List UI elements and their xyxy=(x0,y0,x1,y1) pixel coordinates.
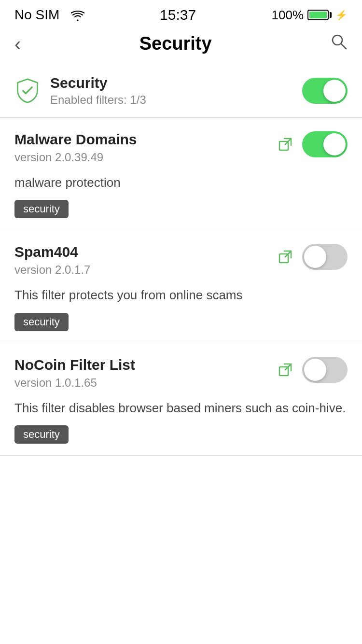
filter-tag: security xyxy=(14,425,69,444)
filter-meta: NoCoin Filter List version 1.0.1.65 xyxy=(14,357,277,390)
section-subtitle: Enabled filters: 1/3 xyxy=(50,93,146,107)
external-link-icon[interactable] xyxy=(277,136,293,153)
battery-percent: 100% xyxy=(272,8,304,23)
battery-icon xyxy=(307,10,332,20)
filter-item: Spam404 version 2.0.1.7 This filter prot… xyxy=(0,230,362,343)
filter-item-header: NoCoin Filter List version 1.0.1.65 xyxy=(14,357,348,390)
filter-list: Malware Domains version 2.0.39.49 malwar… xyxy=(0,118,362,456)
filter-item-right xyxy=(277,357,348,383)
filter-toggle-0[interactable] xyxy=(302,131,348,157)
section-header-left: Security Enabled filters: 1/3 xyxy=(14,75,146,107)
filter-name: NoCoin Filter List xyxy=(14,357,277,373)
filter-meta: Spam404 version 2.0.1.7 xyxy=(14,244,277,277)
svg-point-0 xyxy=(333,35,342,45)
filter-tags: security xyxy=(14,313,348,331)
filter-description: This filter protects you from online sca… xyxy=(14,286,348,304)
status-right: 100% ⚡ xyxy=(272,8,348,23)
filter-toggle-1[interactable] xyxy=(302,244,348,270)
filter-item-header: Malware Domains version 2.0.39.49 xyxy=(14,131,348,164)
filter-item: NoCoin Filter List version 1.0.1.65 This… xyxy=(0,343,362,456)
security-master-toggle[interactable] xyxy=(302,78,348,104)
filter-item-right xyxy=(277,131,348,157)
page-title: Security xyxy=(139,33,212,54)
svg-line-1 xyxy=(341,44,346,49)
security-section-header: Security Enabled filters: 1/3 xyxy=(0,64,362,118)
filter-description: This filter disables browser based miner… xyxy=(14,399,348,417)
section-title: Security xyxy=(50,75,146,91)
search-button[interactable] xyxy=(330,33,348,55)
toggle-knob xyxy=(304,246,326,268)
nav-bar: ‹ Security xyxy=(0,28,362,64)
filter-version: version 2.0.39.49 xyxy=(14,151,277,164)
filter-description: malware protection xyxy=(14,174,348,191)
filter-tags: security xyxy=(14,425,348,444)
section-header-text: Security Enabled filters: 1/3 xyxy=(50,75,146,107)
filter-meta: Malware Domains version 2.0.39.49 xyxy=(14,131,277,164)
status-no-sim: No SIM xyxy=(14,7,84,23)
toggle-knob xyxy=(323,80,346,102)
charging-icon: ⚡ xyxy=(335,9,348,21)
filter-item-header: Spam404 version 2.0.1.7 xyxy=(14,244,348,277)
filter-item-right xyxy=(277,244,348,270)
external-link-icon[interactable] xyxy=(277,362,293,378)
status-bar: No SIM 15:37 100% ⚡ xyxy=(0,0,362,28)
filter-name: Malware Domains xyxy=(14,131,277,148)
back-button[interactable]: ‹ xyxy=(14,34,21,54)
filter-name: Spam404 xyxy=(14,244,277,260)
filter-tags: security xyxy=(14,200,348,218)
wifi-icon xyxy=(71,11,84,21)
filter-version: version 2.0.1.7 xyxy=(14,263,277,277)
filter-tag: security xyxy=(14,200,69,218)
toggle-knob xyxy=(304,359,326,381)
toggle-knob xyxy=(323,133,346,155)
external-link-icon[interactable] xyxy=(277,249,293,265)
filter-item: Malware Domains version 2.0.39.49 malwar… xyxy=(0,118,362,230)
filter-version: version 1.0.1.65 xyxy=(14,376,277,390)
shield-icon xyxy=(14,78,41,104)
filter-toggle-2[interactable] xyxy=(302,357,348,383)
status-time: 15:37 xyxy=(160,7,196,23)
filter-tag: security xyxy=(14,313,69,331)
